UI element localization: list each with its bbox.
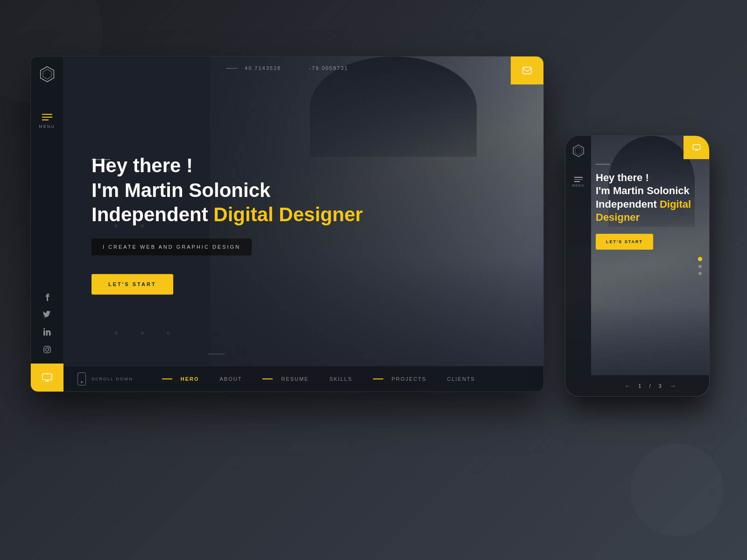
mobile-hero-dash <box>596 164 610 165</box>
hero-bottom-dash <box>208 354 225 355</box>
scroll-down-label: SCROLL DOWN <box>92 377 133 381</box>
sidebar-logo[interactable] <box>39 66 56 98</box>
nav-text-about[interactable]: ABOUT <box>219 376 242 382</box>
mobile-sidebar: MENU <box>565 136 591 396</box>
mobile-name: I'm Martin Solonick <box>596 184 700 198</box>
h-dot-9 <box>141 332 144 335</box>
mobile-hero-content: Hey there ! I'm Martin Solonick Independ… <box>596 164 700 250</box>
mobile-pagination: ← 1 / 3 → <box>591 375 709 396</box>
mobile-role-accent2: Designer <box>596 211 700 224</box>
menu-line-1 <box>42 114 52 115</box>
h-dot-10 <box>167 332 170 335</box>
nav-link-skills[interactable]: SKILLS <box>319 376 362 382</box>
mobile-role: Independent Digital <box>596 198 700 211</box>
mobile-greeting: Hey there ! <box>596 171 700 185</box>
nav-link-about[interactable]: ABOUT <box>209 376 252 382</box>
pagination-prev-arrow[interactable]: ← <box>624 382 631 390</box>
nav-dash-hero <box>162 378 172 379</box>
hero-greeting: Hey there ! <box>92 154 363 178</box>
svg-rect-4 <box>44 346 50 353</box>
hero-cta-button[interactable]: LET'S START <box>92 274 173 294</box>
nav-text-resume[interactable]: RESUME <box>281 376 309 382</box>
mobile-hexagon-icon <box>572 144 585 157</box>
mobile-menu-line-1 <box>574 177 583 178</box>
mobile-monitor-icon <box>692 144 701 151</box>
monitor-icon <box>42 373 52 382</box>
nav-text-skills[interactable]: SKILLS <box>329 376 352 382</box>
nav-dash-resume <box>262 378 273 379</box>
mobile-menu-button[interactable] <box>574 177 583 182</box>
facebook-icon[interactable] <box>42 292 52 301</box>
coordinates-bar: 40.7143528 -79.0059731 <box>63 56 511 80</box>
linkedin-icon[interactable] <box>42 327 52 336</box>
svg-marker-9 <box>573 145 583 156</box>
svg-point-6 <box>49 347 49 348</box>
svg-rect-8 <box>523 67 531 74</box>
coord-right: -79.0059731 <box>309 65 348 71</box>
hero-name: I'm Martin Solonick <box>92 178 363 203</box>
phone-scroll-icon <box>78 372 86 385</box>
svg-marker-1 <box>43 69 51 79</box>
h-dot-8 <box>115 332 118 335</box>
desktop-mockup: MENU <box>30 56 544 392</box>
hexagon-logo-icon <box>39 66 56 83</box>
hero-role-start: Independent <box>92 203 213 225</box>
hero-subtitle: I CREATE WEB AND GRAPHIC DESIGN <box>92 238 252 255</box>
svg-point-3 <box>43 328 45 330</box>
pagination-next-arrow[interactable]: → <box>669 382 676 390</box>
mobile-role-start: Independent <box>596 198 660 210</box>
mobile-dot-2[interactable] <box>698 265 702 268</box>
hero-role: Independent Digital Designer <box>92 203 363 227</box>
corner-monitor-button[interactable] <box>31 364 63 392</box>
svg-marker-10 <box>575 147 582 155</box>
mobile-menu-label: MENU <box>572 184 585 187</box>
mobile-nav-dots <box>698 257 702 275</box>
svg-rect-11 <box>693 145 700 149</box>
hero-title-block: Hey there ! I'm Martin Solonick Independ… <box>92 154 363 227</box>
mobile-title-block: Hey there ! I'm Martin Solonick Independ… <box>596 171 700 224</box>
twitter-icon[interactable] <box>42 309 52 319</box>
nav-link-clients[interactable]: CLIENTS <box>437 376 485 382</box>
latitude-value: 40.7143528 <box>245 65 281 71</box>
nav-text-clients[interactable]: CLIENTS <box>447 376 475 382</box>
bottom-navigation: SCROLL DOWN HERO ABOUT RESUME SKILLS PRO… <box>63 366 543 392</box>
scroll-down-area: SCROLL DOWN <box>78 372 133 385</box>
nav-dash-projects <box>373 378 383 379</box>
social-icons-group <box>31 292 63 354</box>
nav-link-resume[interactable]: RESUME <box>252 376 319 382</box>
pagination-separator: / <box>649 383 651 389</box>
hero-role-accent: Digital Designer <box>213 203 363 225</box>
svg-rect-7 <box>42 374 52 380</box>
pagination-current: 1 <box>638 383 641 389</box>
mobile-role-accent: Digital <box>660 198 691 210</box>
coord-left: 40.7143528 <box>226 65 281 71</box>
scattered-dots-row4 <box>115 332 170 335</box>
menu-line-3 <box>42 119 49 120</box>
nav-text-projects[interactable]: PROJECTS <box>392 376 427 382</box>
sidebar-menu-label: MENU <box>39 124 55 129</box>
nav-link-hero[interactable]: HERO <box>152 376 210 382</box>
mobile-logo[interactable] <box>572 144 585 168</box>
menu-line-2 <box>42 117 52 118</box>
instagram-icon[interactable] <box>42 345 52 354</box>
coord-dash-left <box>226 68 238 69</box>
email-icon <box>522 67 532 74</box>
scatter-dot-2 <box>630 443 724 537</box>
svg-rect-2 <box>43 330 45 336</box>
pagination-total: 3 <box>659 383 662 389</box>
mobile-menu-line-2 <box>574 179 583 180</box>
nav-links-group: HERO ABOUT RESUME SKILLS PROJECTS CLIENT… <box>152 376 529 382</box>
hero-content: Hey there ! I'm Martin Solonick Independ… <box>92 154 363 294</box>
mobile-menu-line-3 <box>574 181 580 182</box>
mobile-cta-button[interactable]: LET'S START <box>596 234 653 250</box>
nav-text-hero[interactable]: HERO <box>181 376 199 382</box>
mobile-dot-3[interactable] <box>698 272 702 275</box>
corner-email-button[interactable] <box>511 56 543 84</box>
sidebar-menu-button[interactable] <box>38 110 56 124</box>
mobile-mockup: MENU Hey there ! I'm Martin Solonick Ind… <box>565 135 710 397</box>
mobile-dot-1[interactable] <box>698 257 702 261</box>
svg-point-5 <box>46 348 49 351</box>
longitude-value: -79.0059731 <box>309 65 348 71</box>
nav-link-projects[interactable]: PROJECTS <box>363 376 437 382</box>
